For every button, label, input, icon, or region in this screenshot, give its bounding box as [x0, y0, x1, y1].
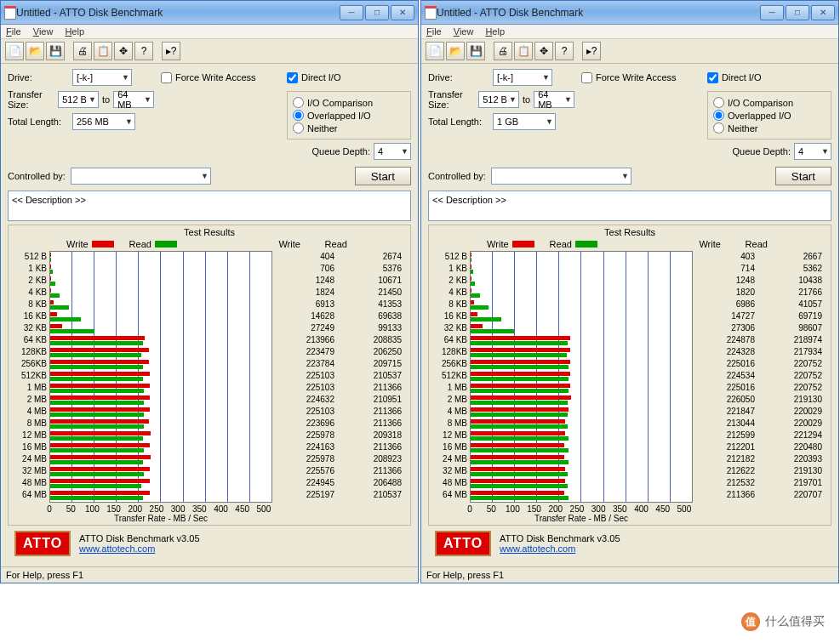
menu-file[interactable]: File: [426, 26, 442, 37]
total-length-label: Total Length:: [428, 117, 489, 127]
force-write-checkbox[interactable]: Force Write Access: [161, 72, 256, 83]
queue-depth-select[interactable]: 4▼: [374, 143, 411, 160]
overlapped-io-radio[interactable]: Overlapped I/O: [293, 110, 371, 121]
menu-view[interactable]: View: [33, 26, 54, 37]
product-url-link[interactable]: www.attotech.com: [79, 543, 155, 554]
io-comparison-radio[interactable]: I/O Comparison: [293, 97, 373, 108]
controlled-by-select[interactable]: ▼: [491, 168, 631, 185]
product-url-link[interactable]: www.attotech.com: [500, 543, 575, 554]
transfer-to-select[interactable]: 64 MB▼: [534, 91, 574, 108]
app-window: Untitled - ATTO Disk Benchmark ─ □ ✕ Fil…: [0, 0, 419, 583]
io-comparison-radio[interactable]: I/O Comparison: [713, 97, 793, 108]
whats-this-button[interactable]: ▸?: [162, 42, 180, 60]
value-columns: 4047061248182469131462827249213966223479…: [272, 251, 407, 503]
neither-radio[interactable]: Neither: [293, 122, 337, 134]
read-values: 2674537610671214504135369638991332088352…: [340, 251, 407, 503]
help-button[interactable]: ?: [555, 42, 574, 60]
transfer-from-select[interactable]: 512 B▼: [58, 91, 99, 108]
copy-button[interactable]: 📋: [94, 42, 112, 60]
save-button[interactable]: 💾: [46, 42, 65, 60]
new-button[interactable]: 📄: [426, 42, 444, 60]
copy-button[interactable]: 📋: [514, 42, 533, 60]
legend: Write Read WriteRead: [432, 239, 827, 249]
x-axis-ticks: 050100150200250300350400450500: [470, 504, 693, 514]
window-title: Untitled - ATTO Disk Benchmark: [16, 7, 340, 19]
io-mode-group: I/O Comparison Overlapped I/O Neither: [287, 91, 411, 139]
minimize-button[interactable]: ─: [760, 5, 784, 20]
total-length-select[interactable]: 1 GB▼: [493, 113, 556, 130]
direct-io-checkbox[interactable]: Direct I/O: [707, 72, 761, 83]
minimize-button[interactable]: ─: [340, 5, 363, 20]
write-bar: [50, 419, 149, 424]
print-button[interactable]: 🖨: [73, 42, 92, 60]
write-swatch-icon: [92, 241, 114, 248]
queue-depth-select[interactable]: 4▼: [794, 143, 831, 160]
write-bar: [471, 455, 564, 459]
write-bar: [471, 407, 569, 412]
read-bar: [471, 317, 501, 322]
controlled-by-select[interactable]: ▼: [71, 168, 211, 185]
maximize-button[interactable]: □: [365, 5, 389, 20]
read-bar: [471, 258, 471, 262]
menu-help[interactable]: Help: [65, 26, 84, 37]
write-bar: [471, 419, 565, 424]
write-bar: [50, 407, 150, 412]
overlapped-io-radio[interactable]: Overlapped I/O: [713, 110, 791, 121]
whats-this-button[interactable]: ▸?: [582, 42, 601, 60]
bar-row: [50, 454, 271, 466]
read-bar: [50, 496, 143, 500]
menu-file[interactable]: File: [6, 26, 21, 37]
read-bar: [471, 270, 473, 274]
description-input[interactable]: << Description >>: [8, 191, 411, 221]
open-button[interactable]: 📂: [446, 42, 465, 60]
bar-row: [50, 323, 271, 335]
read-bar: [471, 460, 569, 464]
titlebar[interactable]: Untitled - ATTO Disk Benchmark ─ □ ✕: [1, 1, 418, 25]
save-button[interactable]: 💾: [466, 42, 485, 60]
titlebar[interactable]: Untitled - ATTO Disk Benchmark ─ □ ✕: [421, 1, 838, 25]
chart-bars: [49, 251, 272, 503]
results-panel: Test Results Write Read WriteRead 512 B1…: [428, 225, 831, 526]
read-bar: [471, 413, 568, 417]
x-axis-label: Transfer Rate - MB / Sec: [49, 514, 272, 523]
atto-logo-icon: ATTO: [14, 531, 71, 556]
drive-select[interactable]: [-k-]▼: [72, 69, 132, 86]
drive-label: Drive:: [428, 72, 489, 83]
menu-help[interactable]: Help: [485, 26, 505, 37]
move-button[interactable]: ✥: [534, 42, 553, 60]
bar-row: [471, 478, 692, 490]
description-input[interactable]: << Description >>: [428, 191, 831, 221]
to-label: to: [102, 94, 110, 105]
maximize-button[interactable]: □: [786, 5, 809, 20]
menu-view[interactable]: View: [454, 26, 474, 37]
read-bar: [471, 329, 514, 333]
read-bar: [471, 377, 569, 381]
read-bar: [50, 305, 69, 310]
read-bar: [50, 413, 144, 417]
new-button[interactable]: 📄: [5, 42, 24, 60]
force-write-checkbox[interactable]: Force Write Access: [581, 72, 677, 83]
total-length-select[interactable]: 256 MB▼: [72, 113, 135, 130]
write-bar: [471, 324, 483, 328]
product-name: ATTO Disk Benchmark v3.05: [79, 533, 199, 543]
neither-radio[interactable]: Neither: [713, 122, 757, 134]
open-button[interactable]: 📂: [26, 42, 44, 60]
bar-row: [471, 347, 692, 359]
start-button[interactable]: Start: [775, 167, 831, 185]
x-axis-label: Transfer Rate - MB / Sec: [470, 514, 693, 523]
move-button[interactable]: ✥: [114, 42, 133, 60]
close-button[interactable]: ✕: [811, 5, 835, 20]
write-bar: [471, 479, 565, 483]
transfer-to-select[interactable]: 64 MB▼: [113, 91, 154, 108]
close-button[interactable]: ✕: [391, 5, 414, 20]
direct-io-checkbox[interactable]: Direct I/O: [287, 72, 340, 83]
transfer-from-select[interactable]: 512 B▼: [478, 91, 519, 108]
legend-read-label: Read: [129, 239, 151, 249]
print-button[interactable]: 🖨: [494, 42, 512, 60]
drive-select[interactable]: [-k-]▼: [493, 69, 552, 86]
bar-row: [50, 287, 271, 299]
write-bar: [50, 443, 150, 447]
help-button[interactable]: ?: [134, 42, 153, 60]
start-button[interactable]: Start: [355, 167, 411, 185]
menu-bar: File View Help: [1, 25, 418, 39]
